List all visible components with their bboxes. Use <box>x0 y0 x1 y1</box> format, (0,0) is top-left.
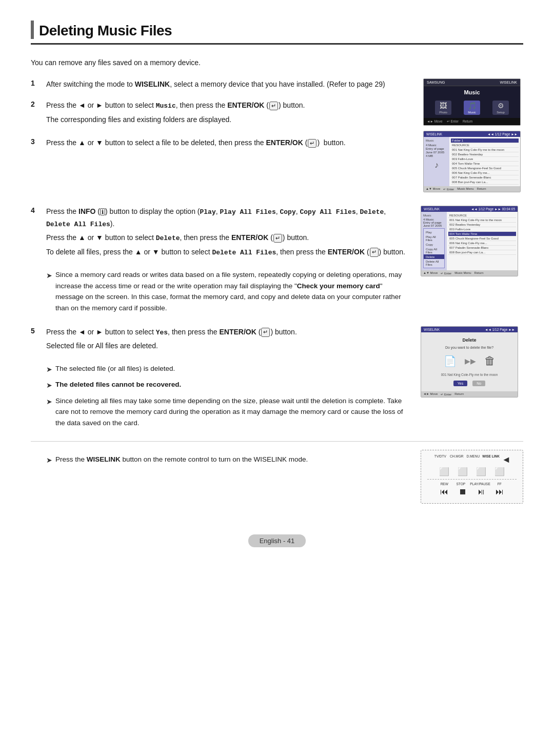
tv-list-3-5: 005 Chuck Mangione-Feel So Good <box>448 236 516 241</box>
step-4: 4 Press the INFO (ℹ) button to display t… <box>31 206 405 260</box>
tv-music-list: Folder 1 RESOURCE 001 Nat King Cole-Fly … <box>449 137 520 186</box>
tv-list-item-3: 003 Fallin-Love <box>451 157 519 162</box>
step-1-num: 1 <box>31 79 39 90</box>
context-menu: Play Play All Files Copy Copy All Files … <box>423 228 445 268</box>
step-1-content: After switching the mode to WISELINK, se… <box>46 78 405 90</box>
tv-screen-music-main: SAMSUNG WISELINK Music 🖼 Photo 🎵 Music ⚙… <box>423 78 521 126</box>
note-selected-deleted: ➤ The selected file (or all files) is de… <box>46 363 405 375</box>
note-selected-deleted-text: The selected file (or all files) is dele… <box>55 363 405 375</box>
delete-select-label: Delete <box>156 234 180 242</box>
tv-list-item-folder: Folder 1 <box>451 138 519 143</box>
menu-copy-all: Copy All Files <box>424 247 444 254</box>
wiselink-note-row: ➤ Press the WISELINK button on the remot… <box>31 450 523 504</box>
tv-list-item-1: 001 Nat King Cole-Fly me to the moon <box>451 148 519 152</box>
remote-rew-btn: ⏮ <box>437 487 452 496</box>
remote-ff-btn: ⏭ <box>492 487 507 496</box>
tv-list-item-5: 005 Chuck Mangione-Feel So Good <box>451 166 519 171</box>
tv-sidebar-title: Music <box>426 139 447 142</box>
tv-list-3-4: 004 Tom Waltz-Time <box>448 232 516 236</box>
enterok-label-2: ENTER/OK <box>227 101 264 109</box>
tv-screen-music-list: WISELINK ◄◄ 1/12 Page ►► Music 4 Music E… <box>423 131 521 192</box>
tv-list-3-3: 003 Fallin-Love <box>448 227 516 232</box>
step-3: 3 Press the ▲ or ▼ button to select a fi… <box>31 137 405 149</box>
step-5-content: Press the ◄ or ► button to select Yes, t… <box>46 326 405 354</box>
enterok-4b: ENTER/OK <box>328 248 365 256</box>
remote-dmenu-label: D.MENU <box>466 454 480 465</box>
delete-all-label: Delete All Files <box>46 221 110 228</box>
tv-delete-dialog-body: Delete Do you want to delete the file? 📄… <box>421 332 518 391</box>
tv-screen-3-header: WISELINK ◄◄ 1/12 Page ►► 00:04:05 <box>421 206 518 212</box>
tv-delete-question: Do you want to delete the file? <box>445 346 493 349</box>
note-size-warning: ➤ Since deleting all files may take some… <box>46 395 405 429</box>
remote-bottom-buttons: ⏮ ⏹ ⏯ ⏭ <box>427 487 517 496</box>
tv-music-list-3: RESOURCE 001 Nat King Cole-Fly me to the… <box>447 212 518 270</box>
tv-list-3-8: 008 Bon jovi-Pay can La... <box>448 250 516 255</box>
step-5: 5 Press the ◄ or ► button to select Yes,… <box>31 326 405 354</box>
tv-screen-menu-overlay: WISELINK ◄◄ 1/12 Page ►► 00:04:05 Music … <box>421 206 518 276</box>
step-2-content: Press the ◄ or ► button to select Music,… <box>46 100 405 128</box>
step-3-num: 3 <box>31 137 39 149</box>
enterok-label-3: ENTER/OK <box>266 138 303 147</box>
enter-key-4a: ↵ <box>273 234 282 243</box>
intro-text: You can remove any files saved on a memo… <box>31 57 523 68</box>
note-cannot-recover-text: The deleted files cannot be recovered. <box>55 379 405 391</box>
enter-key-4b: ↵ <box>370 248 379 256</box>
step-2: 2 Press the ◄ or ► button to select Musi… <box>31 100 405 128</box>
remote-top-labels: TV/DTV CH.MGR D.MENU WISE LINK ◄ <box>427 454 517 465</box>
title-accent <box>31 21 34 39</box>
tv-list-item-4: 004 Tom Waltz-Time <box>451 162 519 166</box>
note-arrow-selected: ➤ <box>46 364 52 375</box>
note-memory-card-text: Since a memory card reads or writes data… <box>55 269 405 313</box>
tv-screen-1-icons: 🖼 Photo 🎵 Music ⚙ Setup <box>424 97 520 118</box>
tv-screen-3-body: Music 4 Music Entry of page June 07 2005… <box>421 212 518 270</box>
tv-list-item-resource: RESOURCE <box>451 143 519 148</box>
tv-sidebar: Music 4 Music Entry of page June 07 2005… <box>424 137 449 186</box>
remote-stop-label: STOP <box>453 482 468 486</box>
wiselink-note-text-col: ➤ Press the WISELINK button on the remot… <box>31 450 405 504</box>
remote-tvdtv-btn: ⬜ <box>437 467 452 476</box>
remote-top-buttons: ⬜ ⬜ ⬜ ⬜ <box>427 467 517 476</box>
step-2-num: 2 <box>31 100 39 128</box>
page-title: Deleting Music Files <box>39 23 172 39</box>
tv-list-3-6: 006 Nat King Cole-Fly me... <box>448 241 516 246</box>
remote-chmgr-btn: ⬜ <box>455 467 470 476</box>
tv-delete-buttons: Yes No <box>453 381 485 386</box>
enter-key-2: ↵ <box>269 102 278 110</box>
step-5-layout: 5 Press the ◄ or ► button to select Yes,… <box>31 326 523 433</box>
tv-sidebar-info2: Entry of page <box>426 147 447 150</box>
remote-stop-btn: ⏹ <box>455 487 470 496</box>
tv-sidebar-info4: 4 MB <box>426 154 447 157</box>
wiselink-ref: WISELINK <box>135 80 170 88</box>
tv-list-item-2: 002 Beatles-Yesterday <box>451 152 519 157</box>
note-arrow-1: ➤ <box>46 270 52 313</box>
info-label: INFO <box>78 207 95 215</box>
menu-delete-all: Delete All Files <box>424 259 444 267</box>
note-cannot-recover: ➤ The deleted files cannot be recovered. <box>46 379 405 391</box>
tv-screen-4-header: WISELINK ◄◄ 1/12 Page ►► <box>421 327 518 332</box>
tv-screen-2-header: WISELINK ◄◄ 1/12 Page ►► <box>424 131 520 137</box>
menu-play-all: Play All Files <box>424 234 444 242</box>
tv-list-item-8: 008 Bon jovi-Pay can La... <box>451 180 519 185</box>
page-title-bar: Deleting Music Files <box>31 21 523 45</box>
remote-rew-label: REW <box>437 482 451 486</box>
remote-wiselink-btn: ⬜ <box>492 467 507 476</box>
enterok-5: ENTER/OK <box>220 328 256 336</box>
footer-bar: English - 41 <box>31 534 523 547</box>
music-label: Music <box>156 102 176 110</box>
copy-all-label: Copy All Files <box>300 208 356 216</box>
step-4-text: 4 Press the INFO (ℹ) button to display t… <box>31 206 405 317</box>
remote-play-btn: ⏯ <box>473 487 489 496</box>
steps-1-2-layout: 1 After switching the mode to WISELINK, … <box>31 78 523 197</box>
remote-playpause-label: PLAY/PAUSE <box>470 482 490 486</box>
copy-label: Copy <box>280 208 296 216</box>
tv-screen-1-col: SAMSUNG WISELINK Music 🖼 Photo 🎵 Music ⚙… <box>421 78 523 197</box>
tv-trash-icon: 🗑 <box>484 354 496 368</box>
step-4-layout: 4 Press the INFO (ℹ) button to display t… <box>31 206 523 317</box>
remote-tvdtv-label: TV/DTV <box>433 454 447 465</box>
remote-chmgr-label: CH.MGR <box>449 454 464 465</box>
note-size-warning-text: Since deleting all files may take some t… <box>55 395 405 429</box>
tv-delete-icons: 📄 ▶▶ 🗑 <box>444 354 496 368</box>
note-memory-card: ➤ Since a memory card reads or writes da… <box>46 269 405 313</box>
tv-setup-icon: ⚙ Setup <box>492 101 509 115</box>
steps-text-col: 1 After switching the mode to WISELINK, … <box>31 78 405 158</box>
